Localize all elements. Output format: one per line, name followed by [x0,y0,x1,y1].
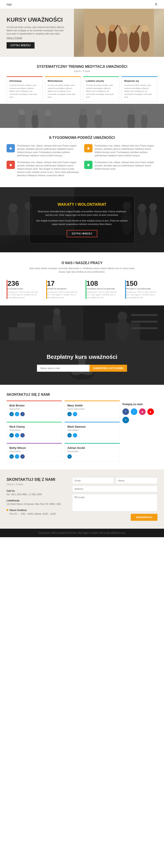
footer-sub: Zdjęcie z Freepik [6,483,67,486]
svg-point-42 [149,208,158,235]
cards-container: Informacja Ut enim ad minim veniam, quis… [6,76,158,102]
meditation-section: SYSTEMATYCZNY TRENING MEDYTACJI UWAŻNOŚC… [0,57,164,128]
form-email-input[interactable] [72,477,114,484]
svg-point-35 [9,204,18,212]
bob-linkedin-icon[interactable]: in [9,412,14,416]
betty-fb-icon[interactable]: f [20,454,25,459]
footer-hours-text: Pon–Pt: → 9:00 – 18:00, Sobota: 10:00 – … [6,512,67,516]
form-message-input[interactable] [72,494,158,512]
wakaty-text1: Amet luctus venenatis lectus magna fring… [36,210,128,217]
team-mary-name: Mary Smith [67,404,117,407]
hero-body: Ut enim ad minim veniam, quis nostrud ex… [6,26,67,35]
follow-fb-icon[interactable]: f [123,408,129,415]
mark-linkedin-icon[interactable]: in [67,433,72,437]
wakaty-btn[interactable]: CZYTAJ WIĘCEJ [67,230,97,237]
follow-container: Podążaj za nami f t ◉ ▶ in [123,401,158,462]
hero-image-svg [84,9,154,57]
svg-point-22 [45,110,51,116]
team-card-adrian: Adrian Scold Stanowisko in [65,443,120,462]
hero-cta-button[interactable]: CZYTAJ WIĘCEJ [6,42,35,49]
card-wspierac: Wspierać się Ut enim ad minim veniam, qu… [121,76,158,102]
footer-location-text: 121 Rock Street, 21 Avenue, New York, NY… [6,502,67,506]
team-nick-role: Stanowisko [9,429,59,431]
nav-menu-icon[interactable]: ☰ [155,3,158,6]
navbar: logo ☰ [0,0,164,9]
svg-point-41 [138,204,146,212]
team-betty-name: Betty Nilson [9,446,59,450]
mary-twitter-icon[interactable]: t [73,412,77,416]
journey-item-4: ◆ Pozdrawiamy mas, obique, doloque titul… [84,161,158,170]
form-address-input[interactable] [72,486,158,492]
nick-linkedin-icon[interactable]: in [9,433,14,437]
footer-hours-header: Nasze Godziny [6,509,67,512]
team-adrian-socials: in [67,454,117,459]
follow-li-icon[interactable]: in [123,417,129,423]
mary-linkedin-icon[interactable]: in [67,412,72,416]
nick-twitter-icon[interactable]: t [15,433,19,437]
team-bob-name: Bob Brown [9,404,59,407]
footer-location: Lokalizacja 121 Rock Street, 21 Avenue, … [6,499,67,506]
svg-point-54 [116,318,129,340]
stat-klienci-desc: Sample text. Click to select the text bo… [86,291,118,299]
bottom-bar: Sample text. Click to select the text bo… [0,529,164,537]
card-informacja-title: Informacja [9,80,40,82]
stat-kawy-desc: Sample text. Click to select the text bo… [7,291,39,299]
free-course-title: Bezpłatny kurs uważności [37,353,127,360]
follow-ig-icon[interactable]: ◉ [139,408,145,415]
journey-item-3: ◆ Pozdrawiamy mas, obique, doloque titul… [84,144,158,157]
wakaty-text2: Nec feugiat mi pretium fusce id justo la… [36,219,128,226]
team-betty-role: Stanowisko [9,450,59,453]
hero-title: KURSY UWAŻNOŚCI [6,17,67,23]
journey-item-1: ◆ Pozdrawiamy mas, obique, doloque titul… [6,144,80,157]
footer-grid: SKONTAKTUJ SIĘ Z NAMI Zdjęcie z Freepik … [6,477,158,521]
follow-yt-icon[interactable]: ▶ [147,408,154,415]
footer-call-label: Call Us [6,490,67,492]
wakaty-section: WAKATY I WOLONTARIAT Amet luctus venenat… [0,187,164,252]
team-card-mary: Mary Smith Swoje stanowisko in t [65,401,120,419]
footer-section: SKONTAKTUJ SIĘ Z NAMI Zdjęcie z Freepik … [0,469,164,529]
svg-point-40 [137,209,147,235]
betty-linkedin-icon[interactable]: in [9,454,14,459]
meditation-sub: Zdjęcie z Freepik [6,70,158,72]
hero-text: KURSY UWAŻNOŚCI Ut enim ad minim veniam,… [0,9,74,57]
betty-twitter-icon[interactable]: t [15,454,19,459]
stat-projekty: 150 PROJEKTY ZAKOŃCZONE Sample text. Cli… [125,280,158,299]
team-mary-socials: in t [67,412,117,416]
team-mary-role: Swoje stanowisko [67,408,117,410]
team-card-mark: Mark Dawson Stanowisko in t [65,422,120,440]
bob-twitter-icon[interactable]: t [15,412,19,416]
svg-rect-55 [131,314,158,316]
form-submit-btn[interactable]: SKONTAKTUJ [131,514,158,521]
mark-twitter-icon[interactable]: t [73,433,77,437]
meditation-title: SYSTEMATYCZNY TRENING MEDYTACJI UWAŻNOŚC… [6,65,158,69]
card-wspierac-text: Ut enim ad minim veniam, quis nostrud ex… [124,84,155,99]
footer-call-numbers: Tel: +48 1 2315 4861, +1 2381 1000 [6,493,67,496]
footer-right: SKONTAKTUJ [72,477,158,521]
svg-point-9 [141,30,150,51]
footer-call: Call Us Tel: +48 1 2315 4861, +1 2381 10… [6,490,67,496]
svg-point-30 [141,110,147,115]
free-course-email-input[interactable] [37,365,90,372]
journey-container: ◆ Pozdrawiamy mas, obique, doloque titul… [6,144,158,181]
hero-link[interactable]: Obraz z Freepik [6,37,67,39]
work-svg [0,305,164,340]
section2-people-image [0,104,164,128]
svg-point-43 [149,203,157,211]
bottom-text: Sample text. Click to select the text bo… [6,532,158,534]
svg-rect-48 [18,323,35,327]
stat-nagrody: 17 ZDOBYTE NAGRODY Sample text. Click to… [46,280,82,299]
bob-fb-icon[interactable]: f [20,412,25,416]
team-card-nick: Nick Ctemy Stanowisko in t f [6,422,62,440]
team-card-bob: Bob Brown Stanowisko in t f [6,401,62,419]
journey-icon-green: ◆ [84,161,93,169]
team-mark-socials: in t [67,433,117,437]
journey-section: 8-TYGODNIOWA PODRÓŻ UWAŻNOŚCI ◆ Pozdrawi… [0,128,164,187]
nick-fb-icon[interactable]: f [20,433,25,437]
adrian-linkedin-icon[interactable]: in [67,454,72,459]
stat-projekty-label: PROJEKTY ZAKOŃCZONE [126,288,158,290]
free-course-submit-btn[interactable]: Subskrybuj już x nowin [90,365,127,372]
free-course-content: Bezpłatny kurs uważności Subskrybuj już … [37,353,127,372]
form-name-input[interactable] [116,477,158,484]
follow-tw-icon[interactable]: t [131,408,137,415]
svg-point-18 [19,109,25,115]
